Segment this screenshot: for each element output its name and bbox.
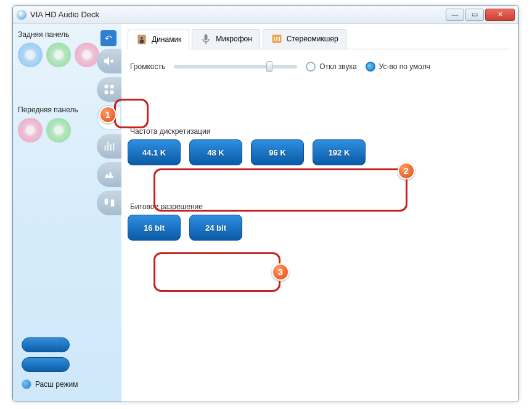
minimize-button[interactable]: — (446, 9, 464, 21)
sample-rate-192k[interactable]: 192 K (313, 139, 366, 165)
callout-badge-3: 3 (272, 263, 289, 281)
default-device-option[interactable]: Ус-во по умолч (366, 62, 430, 72)
tab-stereomixer-label: Стереомикшер (287, 35, 338, 43)
svg-rect-3 (205, 35, 208, 41)
rear-jack-green[interactable] (46, 43, 71, 67)
tab-speaker-label: Динамик (152, 35, 181, 44)
rear-jack-blue[interactable] (18, 43, 43, 67)
side-volume-icon[interactable] (97, 49, 121, 73)
sample-rate-44k[interactable]: 44.1 K (128, 139, 181, 165)
callout-badge-2: 2 (398, 162, 415, 180)
advanced-mode-label: Расш режим (35, 380, 78, 389)
side-environment-icon[interactable] (97, 162, 121, 187)
bit-depth-row: 16 bit 24 bit (128, 215, 510, 241)
tabs: Динамик Микрофон Стереомикшер (128, 29, 510, 49)
front-jack-pink[interactable] (18, 118, 43, 143)
svg-point-1 (141, 37, 142, 39)
bit-depth-16[interactable]: 16 bit (128, 215, 181, 241)
microphone-icon (200, 33, 212, 45)
main-panel: Динамик Микрофон Стереомикшер Громкость (121, 24, 518, 402)
side-room-icon[interactable] (97, 191, 121, 215)
callout-badge-1: 1 (99, 106, 117, 123)
environment-icon (102, 168, 116, 181)
volume-slider[interactable] (174, 65, 297, 68)
volume-label: Громкость (130, 62, 165, 71)
speakers-grid-icon (102, 83, 116, 96)
equalizer-icon (102, 139, 116, 153)
bit-depth-label: Битовое разрешение (130, 202, 507, 211)
maximize-button[interactable]: ▭ (465, 9, 484, 21)
window-title: VIA HD Audio Deck (30, 10, 99, 19)
rear-jack-pink[interactable] (75, 43, 99, 67)
app-icon (17, 10, 27, 20)
sample-rate-96k[interactable]: 96 K (251, 139, 304, 165)
room-correction-icon (102, 196, 116, 210)
mute-label: Откл звука (319, 62, 356, 71)
speaker-plus-icon (102, 54, 116, 68)
back-button[interactable]: ↶ (100, 30, 117, 46)
svg-point-2 (140, 39, 144, 44)
rear-panel-label: Задняя панель (18, 30, 99, 39)
close-button[interactable]: ✕ (485, 9, 515, 21)
advanced-mode-radio[interactable] (22, 379, 31, 389)
tab-stereomixer[interactable]: Стереомикшер (263, 29, 346, 49)
side-speaker-config-icon[interactable] (97, 77, 121, 102)
mute-radio[interactable] (306, 62, 316, 72)
app-window: VIA HD Audio Deck — ▭ ✕ Задняя панель ↶ (12, 5, 519, 402)
tab-microphone-label: Микрофон (216, 35, 252, 43)
front-jack-green[interactable] (46, 118, 71, 143)
volume-slider-thumb[interactable] (266, 61, 272, 72)
side-equalizer-icon[interactable] (97, 134, 121, 159)
side-icon-column (97, 49, 123, 215)
sidebar: Задняя панель ↶ Передняя панель (13, 24, 121, 402)
speaker-icon (136, 33, 148, 46)
tab-speaker[interactable]: Динамик (128, 30, 189, 49)
mixer-icon (271, 33, 283, 45)
mute-option[interactable]: Откл звука (306, 62, 356, 72)
default-device-label: Ус-во по умолч (379, 62, 430, 71)
toggle-info-button[interactable] (22, 357, 70, 372)
sample-rate-row: 44.1 K 48 K 96 K 192 K (128, 139, 510, 165)
tab-microphone[interactable]: Микрофон (192, 29, 260, 49)
titlebar: VIA HD Audio Deck — ▭ ✕ (13, 6, 518, 24)
sample-rate-label: Частота дискретизации (130, 127, 507, 136)
bit-depth-24[interactable]: 24 bit (189, 215, 242, 241)
sample-rate-48k[interactable]: 48 K (189, 139, 242, 165)
toggle-connectors-button[interactable] (22, 337, 70, 352)
default-device-radio[interactable] (366, 62, 375, 72)
